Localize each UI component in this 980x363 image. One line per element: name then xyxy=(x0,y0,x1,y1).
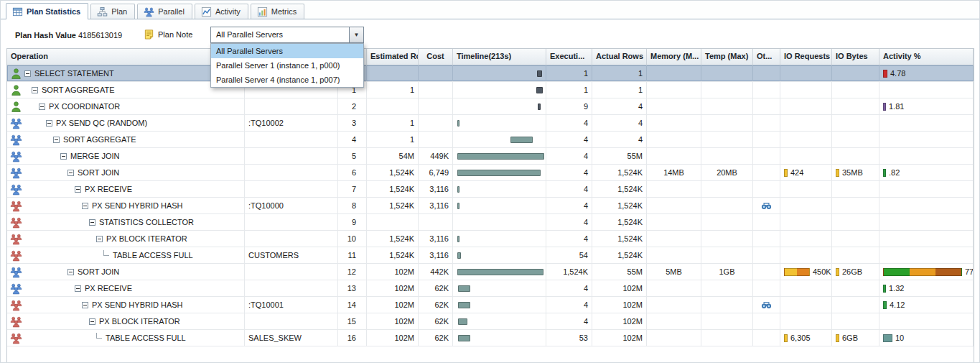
plan-row[interactable]: SORT JOIN61,524K6,74941,524K14MB20MB4243… xyxy=(7,165,974,181)
plan-row[interactable]: SORT AGGREGATE4144 xyxy=(7,132,974,148)
collapse-toggle-icon[interactable] xyxy=(39,104,45,110)
collapse-toggle-icon[interactable] xyxy=(53,137,60,143)
tab-activity[interactable]: Activity xyxy=(195,4,248,19)
plan-row[interactable]: PX BLOCK ITERATOR15102M62K4102M xyxy=(7,313,974,330)
io-bytes-bar xyxy=(836,169,839,177)
collapse-toggle-icon[interactable] xyxy=(96,236,103,242)
executions-cell: 4 xyxy=(546,313,592,329)
parallel-server-combobox[interactable]: All Parallel Servers ▼ xyxy=(210,27,364,43)
io-requests-cell xyxy=(780,214,832,230)
collapse-toggle-icon[interactable] xyxy=(60,153,67,160)
collapse-toggle-icon[interactable] xyxy=(67,170,74,176)
operation-label: MERGE JOIN xyxy=(70,152,119,160)
plan-row[interactable]: PX SEND HYBRID HASH:TQ1000081,524K3,1164… xyxy=(7,198,974,214)
dropdown-option[interactable]: All Parallel Servers xyxy=(211,44,363,58)
plan-row[interactable]: PX BLOCK ITERATOR101,524K3,11641,524K xyxy=(7,231,974,247)
binoculars-icon[interactable] xyxy=(760,200,773,212)
column-header-7[interactable]: Actual Rows xyxy=(592,49,647,65)
tree-indent xyxy=(24,90,32,91)
estimated-rows-cell xyxy=(367,214,419,230)
operation-cell: SORT JOIN xyxy=(7,264,245,280)
collapse-toggle-icon[interactable] xyxy=(89,318,95,325)
parallel-blue-servers-icon xyxy=(10,134,22,146)
tab-bar: Plan StatisticsPlanParallelActivityMetri… xyxy=(1,1,979,19)
toolbar: Plan Hash Value 4185613019 Plan Note All… xyxy=(1,20,979,48)
dropdown-arrow-icon[interactable]: ▼ xyxy=(349,27,363,42)
io-bytes-cell xyxy=(832,98,879,114)
plan-row[interactable]: PX SEND HYBRID HASH:TQ1000114102M62K4102… xyxy=(7,297,974,313)
plan-row[interactable]: PX RECEIVE13102M62K4102M1.32 xyxy=(7,280,974,297)
plan-row[interactable]: SORT AGGREGATE1111 xyxy=(7,82,974,98)
io-bytes-value: 26GB xyxy=(842,267,862,276)
plan-row[interactable]: PX RECEIVE71,524K3,11641,524K xyxy=(7,181,974,198)
plan-row[interactable]: MERGE JOIN554M449K455M xyxy=(7,148,974,165)
other-stats-cell xyxy=(753,313,780,329)
executions-cell: 4 xyxy=(546,148,592,164)
line-id-cell: 3 xyxy=(338,115,367,131)
column-header-8[interactable]: Memory (M... xyxy=(647,49,701,65)
plan-row[interactable]: TABLE ACCESS FULLCUSTOMERS111,524K3,1165… xyxy=(7,247,974,264)
cost-cell: 3,116 xyxy=(419,198,453,213)
collapse-toggle-icon[interactable] xyxy=(82,302,88,308)
tree-indent xyxy=(24,321,89,322)
collapse-toggle-icon[interactable] xyxy=(75,186,81,193)
grid-icon xyxy=(12,6,23,17)
column-header-3[interactable]: Estimated Rows xyxy=(367,49,419,65)
column-header-11[interactable]: IO Requests xyxy=(780,49,832,65)
io-bytes-cell xyxy=(832,132,879,147)
column-header-9[interactable]: Temp (Max) xyxy=(701,49,753,65)
binoculars-icon[interactable] xyxy=(760,299,773,311)
tab-parallel[interactable]: Parallel xyxy=(137,4,192,19)
temp-cell xyxy=(701,198,753,213)
dropdown-option[interactable]: Parallel Server 4 (instance 1, p007) xyxy=(211,73,363,87)
plan-row[interactable]: SORT JOIN12102M442K1,524K55M5MB1GB450K26… xyxy=(7,264,974,280)
io-requests-cell: 450K xyxy=(780,264,832,280)
tab-plan-statistics[interactable]: Plan Statistics xyxy=(6,3,88,19)
parallel-red-servers-icon xyxy=(10,332,22,344)
temp-cell xyxy=(701,330,753,346)
timeline-bar xyxy=(536,87,543,93)
serial-servers-icon xyxy=(10,101,22,113)
column-header-12[interactable]: IO Bytes xyxy=(832,49,879,65)
column-header-0[interactable]: Operation xyxy=(7,49,245,65)
io-requests-cell xyxy=(780,247,832,263)
timeline-cell xyxy=(453,98,546,114)
dropdown-option[interactable]: Parallel Server 1 (instance 1, p000) xyxy=(211,58,363,73)
column-header-4[interactable]: Cost xyxy=(419,49,453,65)
tab-metrics[interactable]: Metrics xyxy=(251,4,304,19)
plan-note-button[interactable]: Plan Note xyxy=(144,29,192,40)
io-bytes-value: 35MB xyxy=(842,168,863,177)
tab-plan[interactable]: Plan xyxy=(90,4,135,19)
collapse-toggle-icon[interactable] xyxy=(24,70,31,77)
name-cell: :TQ10002 xyxy=(245,115,338,131)
io-requests-bar xyxy=(784,169,788,177)
timeline-bar xyxy=(457,153,544,160)
io-requests-cell xyxy=(780,65,832,81)
column-header-5[interactable]: Timeline(213s) xyxy=(453,49,546,65)
plan-row[interactable]: PX COORDINATOR2941.81 xyxy=(7,98,974,115)
column-header-13[interactable]: Activity % xyxy=(879,49,974,65)
tab-label: Plan Statistics xyxy=(27,7,80,16)
collapse-toggle-icon[interactable] xyxy=(67,269,74,275)
plan-row[interactable]: SELECT STATEMENT114.78 xyxy=(7,65,974,82)
temp-cell xyxy=(701,82,753,98)
plan-row[interactable]: STATISTICS COLLECTOR941,524K xyxy=(7,214,974,231)
column-header-10[interactable]: Ot... xyxy=(753,49,780,65)
collapse-toggle-icon[interactable] xyxy=(89,219,95,226)
collapse-toggle-icon[interactable] xyxy=(32,87,38,93)
timeline-cell xyxy=(453,231,546,247)
io-bytes-cell xyxy=(832,65,879,81)
parallel-blue-servers-icon xyxy=(10,117,22,129)
operation-cell: TABLE ACCESS FULL xyxy=(7,247,245,263)
column-header-6[interactable]: Executi... xyxy=(546,49,592,65)
tree-indent xyxy=(24,173,67,173)
activity-bar xyxy=(883,103,886,111)
collapse-toggle-icon[interactable] xyxy=(82,203,88,209)
activity-cell xyxy=(879,82,974,98)
collapse-toggle-icon[interactable] xyxy=(75,285,81,292)
estimated-rows-cell: 1,524K xyxy=(367,247,419,263)
collapse-toggle-icon[interactable] xyxy=(46,120,52,127)
plan-row[interactable]: TABLE ACCESS FULLSALES_SKEW16102M62K5310… xyxy=(7,330,974,346)
executions-cell: 4 xyxy=(546,198,592,213)
plan-row[interactable]: PX SEND QC (RANDOM):TQ100023144 xyxy=(7,115,974,132)
